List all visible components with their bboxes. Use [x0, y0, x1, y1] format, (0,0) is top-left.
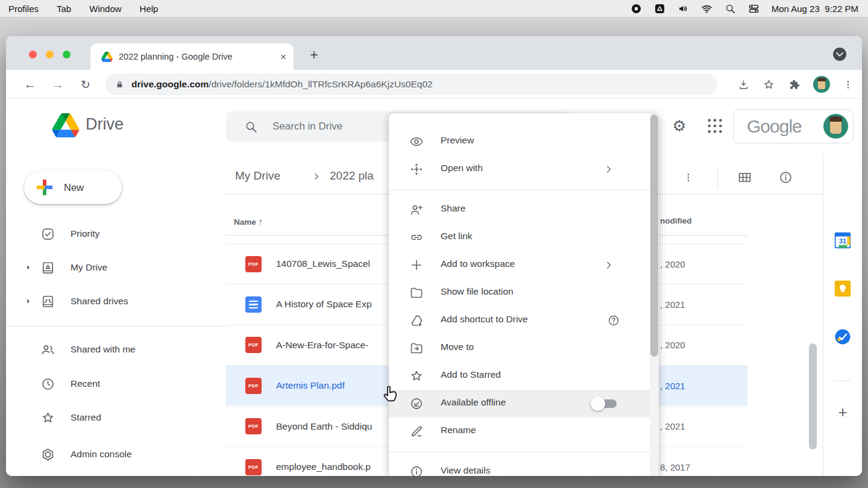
file-name: Beyond Earth - Siddiqu	[276, 421, 372, 432]
menu-item-label: Move to	[441, 342, 474, 352]
tab-title: 2022 planning - Google Drive	[119, 52, 274, 61]
context-menu-divider	[389, 190, 650, 190]
zoom-window-button[interactable]	[63, 51, 71, 58]
tab-search-chevron-icon[interactable]	[833, 48, 846, 61]
drive-app-name: Drive	[86, 115, 124, 134]
minimize-window-button[interactable]	[46, 51, 54, 58]
menubar-menu-tab[interactable]: Tab	[57, 4, 71, 14]
expand-arrow-icon[interactable]	[24, 263, 33, 272]
settings-gear-icon[interactable]: ⚙	[671, 117, 688, 134]
sidebar-item-admin-console[interactable]: Admin console	[6, 440, 226, 469]
available-offline-toggle[interactable]	[593, 399, 619, 408]
menu-item-share[interactable]: Share	[389, 196, 650, 224]
menu-item-add-shortcut-to-drive[interactable]: Add shortcut to Drive	[389, 307, 650, 334]
menubar-menus: ProfilesTabWindowHelp	[8, 4, 158, 14]
file-name: Artemis Plan.pdf	[276, 380, 345, 391]
menu-item-move-to[interactable]: Move to	[389, 334, 650, 362]
breadcrumb-root[interactable]: My Drive	[235, 169, 280, 183]
clock-icon	[40, 377, 55, 392]
extensions-puzzle-icon[interactable]	[788, 78, 800, 91]
menubar-menu-window[interactable]: Window	[89, 4, 121, 14]
new-tab-button[interactable]: +	[305, 46, 323, 64]
sidebar-item-shared-drives[interactable]: Shared drives	[6, 287, 226, 316]
drive-logo-icon[interactable]	[52, 113, 80, 137]
browser-tab[interactable]: 2022 planning - Google Drive ×	[90, 43, 294, 70]
expand-arrow-icon[interactable]	[24, 297, 33, 305]
tasks-icon[interactable]	[835, 329, 851, 345]
workspace-side-panel: 31 +	[823, 154, 862, 476]
menu-item-open-with[interactable]: Open with	[389, 155, 650, 183]
control-center-icon[interactable]	[748, 3, 760, 14]
wifi-icon[interactable]	[701, 3, 712, 14]
browser-menu-kebab-icon[interactable]	[843, 78, 854, 91]
lock-icon	[115, 80, 124, 89]
menu-item-label: Available offline	[441, 397, 506, 408]
file-modified-date: , 2021	[660, 299, 685, 310]
menu-item-view-details[interactable]: View details	[389, 458, 650, 476]
search-icon[interactable]	[244, 120, 258, 134]
menubar-menu-help[interactable]: Help	[140, 4, 159, 14]
sidebar-item-shared-with-me[interactable]: Shared with me	[6, 335, 226, 364]
menu-item-show-file-location[interactable]: Show file location	[389, 279, 650, 307]
spotlight-icon[interactable]	[725, 3, 736, 14]
close-window-button[interactable]	[29, 51, 37, 58]
grid-view-icon[interactable]	[737, 170, 752, 185]
pdf-file-icon: PDF	[245, 256, 262, 272]
menu-item-get-link[interactable]: Get link	[389, 224, 650, 251]
sort-ascending-arrow-icon: ↑	[259, 216, 263, 227]
file-name: 140708_Lewis_Spacel	[276, 258, 370, 269]
bookmark-star-icon[interactable]	[763, 78, 775, 91]
more-actions-kebab-icon[interactable]	[683, 170, 694, 185]
sidebar-item-label: Shared with me	[71, 344, 136, 355]
calendar-icon[interactable]: 31	[835, 233, 851, 249]
get-addons-plus-icon[interactable]: +	[838, 403, 847, 422]
details-info-icon[interactable]	[778, 170, 793, 185]
open-with-icon	[409, 162, 424, 177]
macos-menubar: ProfilesTabWindowHelp Mon Aug 23 9:22 PM	[0, 0, 868, 17]
sidebar-item-starred[interactable]: Starred	[6, 403, 226, 432]
column-header-name[interactable]: Name ↑	[234, 216, 263, 227]
pdf-file-icon: PDF	[245, 378, 262, 394]
record-icon[interactable]	[631, 3, 642, 14]
breadcrumb-current[interactable]: 2022 pla	[330, 169, 374, 183]
google-apps-grid-icon[interactable]	[706, 117, 723, 134]
address-bar[interactable]: drive.google.com/drive/folders/1kMfdOh_l…	[105, 74, 717, 95]
menu-item-add-to-starred[interactable]: Add to Starred	[389, 362, 650, 390]
volume-icon[interactable]	[678, 3, 689, 14]
forward-button[interactable]: →	[49, 76, 66, 93]
list-scrollbar-thumb[interactable]	[809, 343, 817, 449]
menubar-menu-profiles[interactable]: Profiles	[8, 4, 39, 14]
menu-item-label: Preview	[441, 135, 474, 146]
back-button[interactable]: ←	[22, 76, 39, 93]
new-button[interactable]: New	[24, 170, 122, 204]
side-panel-divider	[834, 381, 851, 381]
pdf-file-icon: PDF	[245, 459, 262, 475]
sidebar-item-recent[interactable]: Recent	[6, 369, 226, 398]
pdf-file-icon: PDF	[245, 418, 262, 434]
browser-profile-avatar[interactable]	[813, 76, 830, 93]
sidebar-item-my-drive[interactable]: My Drive	[6, 253, 226, 282]
menu-item-available-offline[interactable]: Available offline	[389, 390, 650, 418]
menu-item-rename[interactable]: Rename	[389, 418, 650, 445]
file-name: A-New-Era-for-Space-	[276, 340, 368, 351]
app-icon[interactable]	[654, 3, 665, 14]
account-avatar[interactable]	[823, 114, 848, 139]
menu-item-label: Add shortcut to Drive	[441, 314, 528, 325]
menubar-clock: Mon Aug 23 9:22 PM	[772, 4, 858, 14]
help-icon[interactable]	[607, 314, 620, 327]
context-menu-scrollbar-thumb[interactable]	[650, 114, 658, 357]
download-icon[interactable]	[737, 78, 750, 91]
search-placeholder: Search in Drive	[272, 120, 342, 133]
reload-button[interactable]: ↻	[77, 76, 94, 93]
column-header-modified[interactable]: nodified	[660, 216, 692, 225]
close-tab-icon[interactable]: ×	[280, 52, 286, 62]
menu-item-preview[interactable]: Preview	[389, 128, 650, 155]
context-menu-scrollbar-track[interactable]	[650, 113, 659, 476]
keep-icon[interactable]	[835, 281, 851, 297]
info-icon	[409, 465, 424, 476]
menu-item-add-to-workspace[interactable]: Add to workspace	[389, 251, 650, 279]
google-account-pill[interactable]: Google	[733, 109, 854, 143]
file-modified-date: , 2020	[660, 340, 685, 350]
file-name: A History of Space Exp	[276, 299, 372, 310]
sidebar-item-priority[interactable]: Priority	[6, 219, 226, 248]
